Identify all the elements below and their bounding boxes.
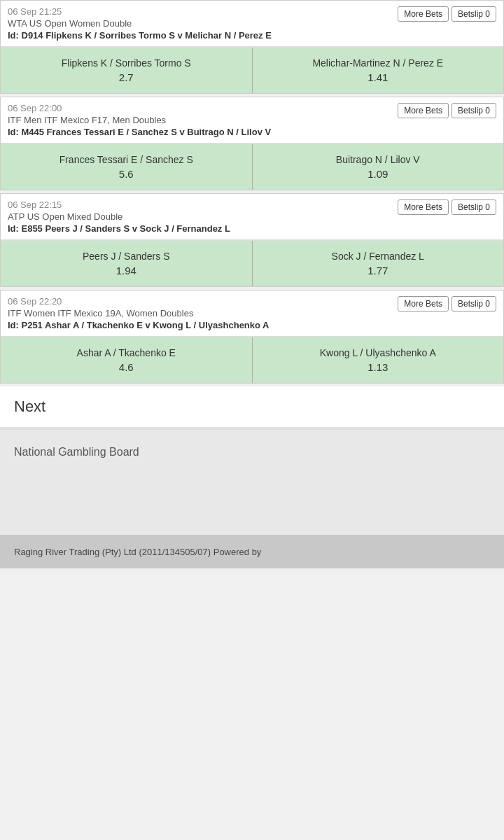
team2-name-4: Kwong L / Ulyashchenko A — [260, 347, 497, 358]
match-header-3: 06 Sep 22:15 ATP US Open Mixed Double Id… — [1, 194, 503, 240]
match-header-1: 06 Sep 21:25 WTA US Open Women Double Id… — [1, 1, 503, 47]
match-card-2: 06 Sep 22:00 ITF Men ITF Mexico F17, Men… — [0, 97, 504, 190]
team1-odds-4: 4.6 — [8, 361, 245, 373]
match-id-3: Id: E855 Peers J / Sanders S v Sock J / … — [8, 223, 496, 234]
match-card-4: 06 Sep 22:20 ITF Women ITF Mexico 19A, W… — [0, 290, 504, 384]
betslip-button-1[interactable]: Betslip 0 — [451, 6, 496, 22]
more-bets-button-2[interactable]: More Bets — [398, 103, 449, 118]
next-section: Next — [0, 386, 504, 427]
team2-odds-4: 1.13 — [260, 361, 497, 373]
footer-section: Raging River Trading (Pty) Ltd (2011/134… — [0, 535, 504, 568]
team2-name-3: Sock J / Fernandez L — [260, 251, 497, 262]
team2-odds-2: 1.09 — [260, 168, 497, 180]
team2-odds-1: 1.41 — [260, 71, 497, 83]
match-header-2: 06 Sep 22:00 ITF Men ITF Mexico F17, Men… — [1, 97, 503, 144]
match-odds-row-2: Frances Tessari E / Sanchez S 5.6 Buitra… — [1, 144, 503, 190]
team2-odds-3: 1.77 — [260, 265, 497, 276]
team1-odds-cell-2[interactable]: Frances Tessari E / Sanchez S 5.6 — [1, 144, 253, 190]
next-label: Next — [14, 398, 46, 415]
match-buttons-2: More Bets Betslip 0 — [398, 103, 496, 118]
team1-odds-cell-3[interactable]: Peers J / Sanders S 1.94 — [1, 241, 253, 286]
match-odds-row-4: Ashar A / Tkachenko E 4.6 Kwong L / Ulya… — [1, 337, 503, 383]
more-bets-button-3[interactable]: More Bets — [398, 200, 449, 215]
ngb-text: National Gambling Board — [14, 444, 139, 461]
team1-name-3: Peers J / Sanders S — [8, 251, 245, 262]
team1-name-4: Ashar A / Tkachenko E — [8, 347, 245, 358]
betslip-button-4[interactable]: Betslip 0 — [451, 296, 496, 312]
betslip-button-3[interactable]: Betslip 0 — [451, 200, 496, 215]
team2-odds-cell-4[interactable]: Kwong L / Ulyashchenko A 1.13 — [253, 337, 504, 383]
match-card-1: 06 Sep 21:25 WTA US Open Women Double Id… — [0, 0, 504, 94]
team1-odds-3: 1.94 — [8, 265, 245, 276]
match-odds-row-1: Flipkens K / Sorribes Tormo S 2.7 Melich… — [1, 47, 503, 93]
more-bets-button-4[interactable]: More Bets — [398, 296, 449, 312]
team2-name-1: Melichar-Martinez N / Perez E — [260, 57, 497, 69]
team2-name-2: Buitrago N / Lilov V — [260, 154, 497, 165]
team1-odds-1: 2.7 — [8, 71, 245, 83]
match-buttons-4: More Bets Betslip 0 — [398, 296, 496, 312]
match-buttons-3: More Bets Betslip 0 — [398, 200, 496, 215]
more-bets-button-1[interactable]: More Bets — [398, 6, 449, 22]
team1-odds-2: 5.6 — [8, 168, 245, 180]
team1-name-1: Flipkens K / Sorribes Tormo S — [8, 57, 245, 69]
match-id-1: Id: D914 Flipkens K / Sorribes Tormo S v… — [8, 30, 496, 41]
team2-odds-cell-3[interactable]: Sock J / Fernandez L 1.77 — [253, 241, 504, 286]
match-header-4: 06 Sep 22:20 ITF Women ITF Mexico 19A, W… — [1, 290, 503, 337]
team2-odds-cell-2[interactable]: Buitrago N / Lilov V 1.09 — [253, 144, 504, 190]
team1-odds-cell-1[interactable]: Flipkens K / Sorribes Tormo S 2.7 — [1, 48, 253, 93]
match-odds-row-3: Peers J / Sanders S 1.94 Sock J / Fernan… — [1, 240, 503, 286]
betslip-button-2[interactable]: Betslip 0 — [451, 103, 496, 118]
footer-text: Raging River Trading (Pty) Ltd (2011/134… — [14, 547, 261, 557]
team1-name-2: Frances Tessari E / Sanchez S — [8, 154, 245, 165]
team1-odds-cell-4[interactable]: Ashar A / Tkachenko E 4.6 — [1, 337, 253, 383]
match-card-3: 06 Sep 22:15 ATP US Open Mixed Double Id… — [0, 193, 504, 287]
match-id-4: Id: P251 Ashar A / Tkachenko E v Kwong L… — [8, 320, 496, 330]
ngb-section: National Gambling Board — [0, 430, 504, 535]
match-buttons-1: More Bets Betslip 0 — [398, 6, 496, 22]
match-id-2: Id: M445 Frances Tessari E / Sanchez S v… — [8, 127, 496, 137]
team2-odds-cell-1[interactable]: Melichar-Martinez N / Perez E 1.41 — [253, 48, 504, 93]
